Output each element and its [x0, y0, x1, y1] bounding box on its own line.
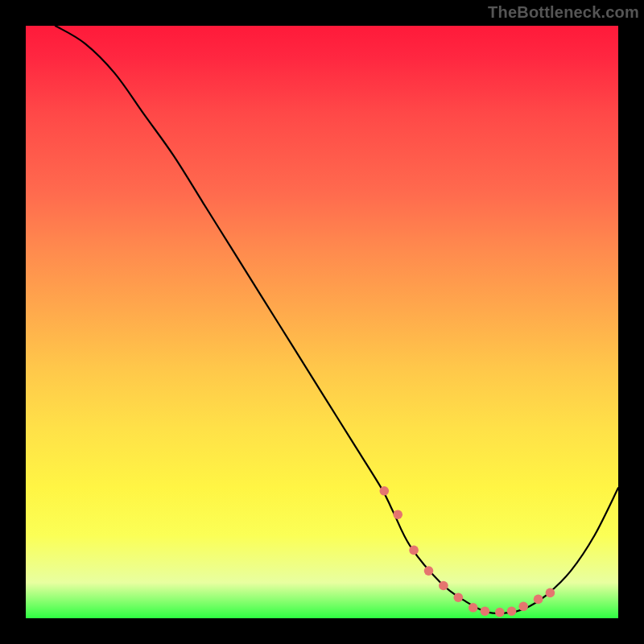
chart-container: TheBottleneck.com — [0, 0, 644, 644]
marker-dot — [495, 608, 505, 617]
marker-dot — [454, 592, 464, 602]
marker-dot — [534, 595, 543, 605]
bottleneck-curve — [56, 26, 618, 613]
marker-dot — [439, 581, 448, 591]
marker-dot — [507, 606, 517, 616]
marker-dot — [409, 546, 419, 555]
watermark-text: TheBottleneck.com — [488, 3, 639, 22]
marker-dot — [380, 486, 390, 496]
marker-dot — [424, 566, 434, 576]
highlight-markers — [380, 486, 555, 617]
marker-dot — [518, 602, 528, 612]
marker-dot — [481, 606, 490, 616]
marker-dot — [469, 603, 478, 613]
marker-dot — [546, 588, 555, 598]
marker-dot — [393, 510, 402, 519]
plot-area — [26, 26, 618, 618]
chart-svg — [26, 26, 618, 618]
